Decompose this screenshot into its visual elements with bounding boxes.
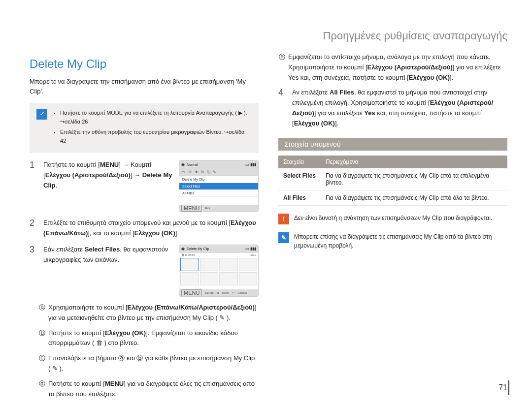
thumbnail [180, 258, 199, 271]
menu-item-selected: Select Files [179, 183, 258, 190]
step-1-text: Πατήστε το κουμπί [MENU] → Κουμπί [Ελέγχ… [43, 160, 174, 212]
substep-e: ⓔ Εμφανίζεται το αντίστοιχο μήνυμα, ανάλ… [278, 52, 507, 83]
camera-icon: ◉ [181, 247, 185, 251]
duration-text: 🗑 0:00:55 [181, 253, 195, 256]
lcd-screenshot-menu: ◉ Normal ▭ ▮▮▮ ▭ ⚙★↻⎘✎⋯ Delete My Clip S… [179, 160, 259, 212]
step-number: 3 [30, 245, 38, 297]
substep-d: ⓓ Πατήστε το κουμπί [MENU] για να διαγρά… [38, 379, 259, 400]
lcd-screenshot-thumbnails: ◉ Delete My Clip ▭ ▮▮▮ 🗑 0:00:55 1/10 [179, 245, 259, 297]
table-row: All Files Για να διαγράψετε τις επισημάν… [278, 190, 507, 205]
pencil-icon: ✎ [278, 232, 289, 243]
menu-item: All Files [179, 190, 258, 197]
table-row: Select Files Για να διαγράψετε τις επιση… [278, 168, 507, 190]
menu-key-icon: MENU [181, 289, 202, 296]
battery-icon: ▭ ▮▮▮ [245, 247, 256, 251]
video-icon: ▭ [181, 170, 185, 174]
step-4-text: Αν επιλέξατε All Files, θα εμφανιστεί το… [292, 88, 507, 128]
thumbnail [239, 272, 258, 285]
note-box: ✓ Πατήστε το κουμπί MODE για να επιλέξετ… [30, 103, 259, 153]
step-3-text: Εάν επιλέξατε Select Files, θα εμφανιστο… [43, 245, 174, 297]
step-number: 1 [30, 160, 38, 212]
thumbnail [219, 272, 238, 285]
info-note: ✎ Μπορείτε επίσης να διαγράψετε τις επισ… [278, 232, 507, 250]
submenu-table: Στοιχεία Περιεχόμενα Select Files Για να… [278, 156, 507, 206]
substep-a: ⓐ Χρησιμοποιήστε το κουμπί [Ελέγχου (Επά… [38, 303, 259, 323]
thumbnail [219, 258, 238, 271]
substep-b: ⓑ Πατήστε το κουμπί [Ελέγχου (OK)]. Εμφα… [38, 328, 259, 349]
menu-item: Delete My Clip [179, 176, 258, 183]
step-number: 4 [278, 88, 287, 128]
battery-icon: ▭ ▮▮▮ [245, 162, 256, 167]
table-header-desc: Περιεχόμενα [321, 156, 507, 168]
camera-icon: ◉ [181, 162, 185, 167]
warning-icon: ! [278, 214, 289, 224]
substep-c: ⓒ Επαναλάβετε τα βήματα ⓐ και ⓑ για κάθε… [38, 353, 259, 374]
section-title: Delete My Clip [30, 57, 259, 71]
thumbnail [239, 258, 258, 271]
thumbnail [200, 272, 219, 285]
intro-text: Μπορείτε να διαγράψετε την επισήμανση απ… [30, 77, 259, 96]
menu-key-icon: MENU [181, 205, 202, 212]
note-bullet: Επιλέξτε την οθόνη προβολής του ευρετηρί… [60, 128, 252, 145]
thumbnail [180, 272, 199, 285]
page-number: 71 [499, 383, 507, 392]
note-bullet: Πατήστε το κουμπί MODE για να επιλέξετε … [60, 109, 252, 126]
step-number: 2 [30, 218, 38, 239]
table-header-item: Στοιχεία [278, 156, 321, 168]
chapter-title: Προηγμένες ρυθμίσεις αναπαραγωγής [30, 30, 507, 42]
thumbnail [200, 258, 219, 271]
submenu-heading: Στοιχεία υπομενού [278, 138, 507, 151]
warning-note: ! Δεν είναι δυνατή η ανάκτηση των επισημ… [278, 214, 507, 224]
checkmark-icon: ✓ [36, 109, 47, 120]
count-text: 1/10 [250, 253, 256, 256]
step-2-text: Επιλέξτε το επιθυμητό στοιχείο υπομενού … [43, 218, 259, 239]
